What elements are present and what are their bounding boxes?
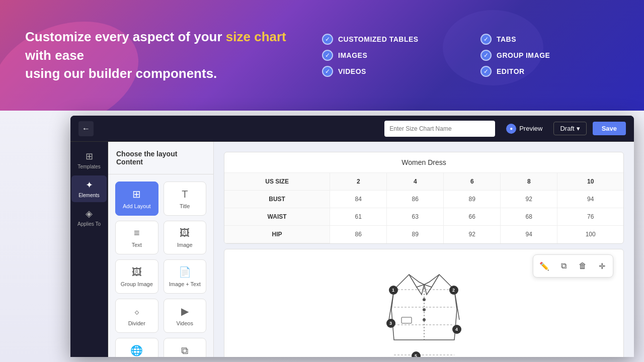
element-label-text: Text xyxy=(132,242,142,248)
check-icon: ✓ xyxy=(480,50,492,61)
feature-label-customized-tables: CUSTOMIZED TABLES xyxy=(338,35,419,43)
svg-point-7 xyxy=(423,318,426,321)
measurement-dot-2: 2 xyxy=(449,286,458,295)
table-header: 4 xyxy=(387,173,444,191)
applies-to-label: Applies To xyxy=(77,221,101,227)
table-title: Women Dress xyxy=(224,152,623,173)
table-cell: 94 xyxy=(501,226,557,243)
element-icon-add-layout: ⊞ xyxy=(132,188,141,200)
element-icon-divider: ⬦ xyxy=(134,306,140,317)
table-cell: 92 xyxy=(501,191,557,208)
element-card-add-layout[interactable]: ⊞ Add Layout xyxy=(115,182,158,216)
element-label-title: Title xyxy=(180,203,190,209)
templates-label: Templates xyxy=(77,164,101,169)
element-grid: ⊞ Add Layout T Title ≡ Text 🖼 Image 🖼 Gr… xyxy=(108,174,213,357)
feature-tabs: ✓ TABS xyxy=(480,34,619,45)
table-cell: 66 xyxy=(444,208,501,226)
table-cell: 92 xyxy=(444,226,501,243)
svg-point-6 xyxy=(423,308,426,311)
sidebar: ⊞ Templates ✦ Elements ◈ Applies To xyxy=(70,142,108,357)
chart-name-input[interactable] xyxy=(384,121,495,137)
main-content: ⊞ Templates ✦ Elements ◈ Applies To Choo… xyxy=(70,142,634,357)
svg-rect-8 xyxy=(401,317,412,323)
element-label-image-text: Image + Text xyxy=(169,281,201,287)
table-row: WAIST6163666876 xyxy=(224,208,623,226)
measurement-dot-1: 1 xyxy=(389,286,398,295)
feature-label-videos: VIDEOS xyxy=(338,67,366,75)
hero-features: ✓ CUSTOMIZED TABLES ✓ TABS ✓ IMAGES ✓ GR… xyxy=(307,34,619,77)
table-cell: 68 xyxy=(501,208,557,226)
panel-title: Choose the layout Content xyxy=(108,142,213,174)
row-label: WAIST xyxy=(224,208,330,226)
preview-button[interactable]: ● Preview xyxy=(501,121,547,137)
row-label: HIP xyxy=(224,226,330,243)
jacket-illustration: 1 2 3 4 5 xyxy=(374,259,474,357)
element-card-tabs[interactable]: ⧉ Tabs xyxy=(164,338,207,357)
feature-images: ✓ IMAGES xyxy=(322,50,460,61)
element-label-add-layout: Add Layout xyxy=(123,203,151,209)
element-card-text[interactable]: ≡ Text xyxy=(115,221,158,254)
elements-icon: ✦ xyxy=(86,179,93,191)
check-icon: ✓ xyxy=(322,34,333,45)
element-card-int-chart[interactable]: 🌐 Int. Chart xyxy=(115,338,158,357)
app-toolbar: ← ● Preview Draft ▾ Save xyxy=(70,116,634,142)
draft-button[interactable]: Draft ▾ xyxy=(553,122,586,135)
check-icon: ✓ xyxy=(480,66,492,77)
element-icon-group-image: 🖼 xyxy=(132,266,142,278)
jacket-svg xyxy=(374,259,474,357)
element-card-title[interactable]: T Title xyxy=(164,182,207,216)
float-toolbar: ✏️ ⧉ 🗑 ✛ xyxy=(533,254,613,278)
element-icon-int-chart: 🌐 xyxy=(130,344,143,356)
sidebar-item-elements[interactable]: ✦ Elements xyxy=(71,175,107,202)
layout-panel: Choose the layout Content ⊞ Add Layout T… xyxy=(108,142,214,357)
feature-label-group-image: GROUP IMAGE xyxy=(497,51,550,59)
element-label-image: Image xyxy=(177,242,193,248)
elements-label: Elements xyxy=(78,193,100,198)
table-row: HIP86899294100 xyxy=(224,226,623,243)
copy-button[interactable]: ⧉ xyxy=(554,257,573,275)
element-icon-image-text: 📄 xyxy=(179,266,191,278)
table-header: 2 xyxy=(330,173,387,191)
back-button[interactable]: ← xyxy=(78,121,94,136)
feature-videos: ✓ VIDEOS xyxy=(322,66,460,77)
element-card-image[interactable]: 🖼 Image xyxy=(164,221,207,254)
hero-section: Customize every aspect of your size char… xyxy=(0,0,644,111)
row-label: BUST xyxy=(224,191,330,208)
app-window: ← ● Preview Draft ▾ Save ⊞ Templates ✦ E… xyxy=(70,116,634,357)
hero-left: Customize every aspect of your size char… xyxy=(25,28,307,82)
table-cell: 89 xyxy=(387,226,444,243)
element-icon-title: T xyxy=(182,189,188,200)
image-section: ✏️ ⧉ 🗑 ✛ xyxy=(224,249,624,357)
canvas-area: Women Dress US SIZE246810 BUST8486899294… xyxy=(214,142,634,357)
table-cell: 84 xyxy=(330,191,387,208)
element-card-divider[interactable]: ⬦ Divider xyxy=(115,299,158,333)
measurement-dot-5: 5 xyxy=(412,351,421,357)
hero-highlight: size chart xyxy=(226,29,286,44)
table-row: BUST8486899294 xyxy=(224,191,623,208)
edit-button[interactable]: ✏️ xyxy=(535,257,553,275)
element-icon-text: ≡ xyxy=(134,227,140,239)
check-icon: ✓ xyxy=(480,34,492,45)
hero-title: Customize every aspect of your size char… xyxy=(25,28,307,82)
element-card-videos[interactable]: ▶ Videos xyxy=(164,299,207,333)
sidebar-item-applies-to[interactable]: ◈ Applies To xyxy=(71,204,107,231)
element-card-group-image[interactable]: 🖼 Group Image xyxy=(115,259,158,294)
table-header: 10 xyxy=(557,173,623,191)
table-cell: 63 xyxy=(387,208,444,226)
size-table: US SIZE246810 BUST8486899294WAIST6163666… xyxy=(224,173,623,243)
check-icon: ✓ xyxy=(322,50,333,61)
svg-point-5 xyxy=(423,298,426,301)
table-header: US SIZE xyxy=(224,173,330,191)
element-card-image-text[interactable]: 📄 Image + Text xyxy=(164,259,207,294)
check-icon: ✓ xyxy=(322,66,333,77)
measurement-dot-3: 3 xyxy=(386,319,395,328)
element-label-group-image: Group Image xyxy=(121,281,153,287)
move-button[interactable]: ✛ xyxy=(593,257,611,275)
sidebar-item-templates[interactable]: ⊞ Templates xyxy=(71,147,107,173)
feature-customized-tables: ✓ CUSTOMIZED TABLES xyxy=(322,34,460,45)
element-label-videos: Videos xyxy=(177,320,193,326)
table-cell: 86 xyxy=(330,226,387,243)
element-icon-tabs: ⧉ xyxy=(181,345,188,356)
delete-button[interactable]: 🗑 xyxy=(574,257,592,275)
save-button[interactable]: Save xyxy=(593,122,626,135)
